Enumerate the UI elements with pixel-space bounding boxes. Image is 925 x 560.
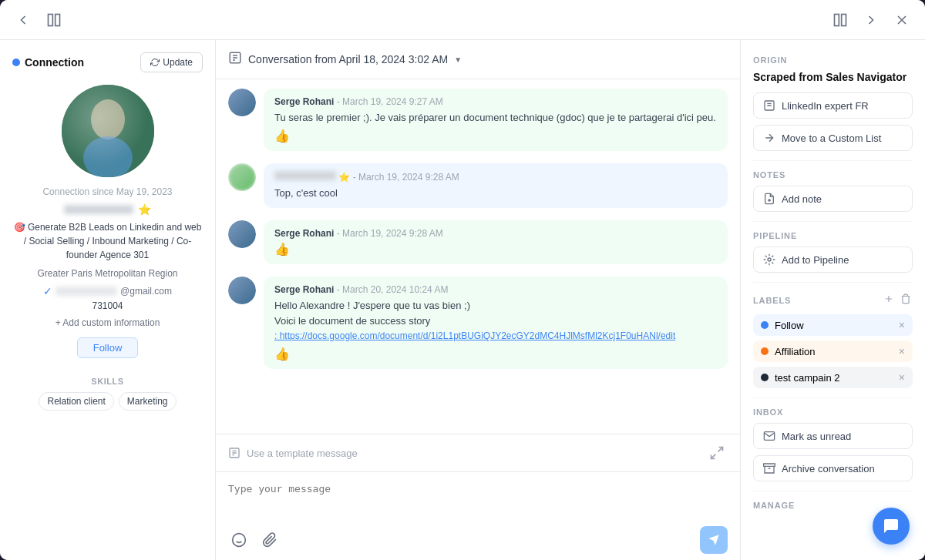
section-divider-1 <box>753 160 913 161</box>
main-layout: Connection Update <box>0 40 925 560</box>
message-time: - March 19, 2024 9:27 AM <box>337 96 443 107</box>
send-button[interactable] <box>700 526 728 554</box>
add-custom-info[interactable]: + Add custom information <box>12 317 203 328</box>
message-time: - March 20, 2024 10:24 AM <box>337 284 449 295</box>
label-campaign: test campain 2 × <box>753 367 913 388</box>
forward-button[interactable] <box>860 9 882 31</box>
section-divider-5 <box>753 491 913 491</box>
add-note-button[interactable]: Add note <box>753 186 913 212</box>
svg-point-12 <box>768 258 771 261</box>
message-avatar <box>228 163 256 191</box>
center-panel: Conversation from April 18, 2024 3:02 AM… <box>216 40 740 560</box>
avatar-section <box>12 85 203 177</box>
origin-title: Scraped from Sales Navigator <box>753 71 913 83</box>
section-divider-3 <box>753 282 913 283</box>
avatar-image <box>228 89 256 116</box>
follow-button[interactable]: Follow <box>77 337 139 358</box>
email-row: ✓ @gmail.com <box>12 285 203 297</box>
avatar-image <box>228 163 256 191</box>
message-content: Serge Rohani - March 19, 2024 9:27 AM Tu… <box>264 89 728 151</box>
location-text: Greater Paris Metropolitan Region <box>12 268 203 279</box>
skills-section: SKILLS Relation client Marketing <box>12 377 203 411</box>
top-bar-right <box>829 9 913 31</box>
message-text: Tu seras le premier ;). Je vais préparer… <box>274 110 717 126</box>
add-custom-label: + Add custom information <box>56 317 160 328</box>
compose-icons <box>228 529 281 551</box>
label-affiliation: Affiliation × <box>753 340 913 362</box>
message-header: ⭐ - March 19, 2024 9:28 AM <box>274 171 717 183</box>
back-button[interactable] <box>12 9 34 31</box>
conversation-icon <box>228 51 242 68</box>
section-divider-4 <box>753 397 913 398</box>
message-link[interactable]: : https://docs.google.com/document/d/1i2… <box>274 330 675 341</box>
chat-fab-button[interactable] <box>873 508 910 545</box>
messages-area: Serge Rohani - March 19, 2024 9:27 AM Tu… <box>216 79 740 434</box>
message-item: Serge Rohani - March 19, 2024 9:27 AM Tu… <box>228 89 728 151</box>
archive-conversation-button[interactable]: Archive conversation <box>753 455 913 481</box>
contact-name-blurred <box>64 205 133 214</box>
layout-toggle-right-button[interactable] <box>829 9 851 31</box>
label-follow-name: Follow <box>775 320 899 331</box>
compose-input[interactable] <box>228 480 728 509</box>
template-bar: Use a template message <box>216 434 740 472</box>
update-label: Update <box>163 57 193 68</box>
skills-label: SKILLS <box>12 377 203 386</box>
linkedin-list-button[interactable]: LlinkedIn expert FR <box>753 92 913 119</box>
svg-point-10 <box>233 534 246 547</box>
svg-rect-1 <box>56 14 60 25</box>
layout-toggle-button[interactable] <box>43 9 65 31</box>
bio-text: 🎯 Generate B2B Leads on Linkedin and web… <box>12 220 203 262</box>
label-campaign-name: test campain 2 <box>775 372 899 384</box>
template-left: Use a template message <box>228 447 358 459</box>
skill-tag-relation[interactable]: Relation client <box>39 392 113 411</box>
message-item: ⭐ - March 19, 2024 9:28 AM Top, c'est co… <box>228 163 728 209</box>
remove-affiliation-label-button[interactable]: × <box>899 345 905 357</box>
mark-unread-button[interactable]: Mark as unread <box>753 423 913 449</box>
dropdown-arrow-icon[interactable]: ▼ <box>454 55 462 64</box>
label-dot-follow <box>761 321 769 329</box>
add-label-button[interactable] <box>882 292 896 308</box>
message-sender: Serge Rohani <box>274 96 334 107</box>
delete-label-button[interactable] <box>899 292 913 308</box>
labels-header: LABELS <box>753 292 913 308</box>
message-avatar <box>228 277 256 304</box>
email-blurred <box>56 287 117 296</box>
pipeline-section-label: PIPELINE <box>753 231 913 240</box>
attachment-button[interactable] <box>259 529 281 551</box>
move-custom-list-button[interactable]: Move to a Custom List <box>753 125 913 151</box>
label-dot-campaign <box>761 374 769 381</box>
message-emoji: 👍 <box>274 242 717 257</box>
svg-rect-3 <box>842 14 846 25</box>
message-time: ⭐ - March 19, 2024 9:28 AM <box>338 172 459 183</box>
message-text: Top, c'est cool <box>274 186 717 201</box>
star-icon: ⭐ <box>138 203 151 216</box>
emoji-button[interactable] <box>228 529 250 551</box>
message-sender: Serge Rohani <box>274 284 334 295</box>
svg-rect-0 <box>49 14 53 25</box>
add-pipeline-button[interactable]: Add to Pipeline <box>753 246 913 273</box>
label-follow: Follow × <box>753 314 913 336</box>
message-sender-blurred <box>274 171 336 180</box>
skill-tag-marketing[interactable]: Marketing <box>119 392 177 411</box>
connection-header: Connection Update <box>12 52 203 72</box>
email-suffix: @gmail.com <box>120 286 172 297</box>
message-item: Serge Rohani - March 20, 2024 10:24 AM H… <box>228 277 728 369</box>
linkedin-list-label: LlinkedIn expert FR <box>782 100 869 112</box>
connection-since: Connection since May 19, 2023 <box>12 186 203 197</box>
remove-follow-label-button[interactable]: × <box>899 319 905 331</box>
expand-compose-button[interactable] <box>706 442 728 464</box>
update-button[interactable]: Update <box>140 52 203 72</box>
archive-label: Archive conversation <box>782 463 875 474</box>
close-button[interactable] <box>891 9 913 31</box>
avatar-image <box>228 220 256 248</box>
phone-text: 731004 <box>12 300 203 311</box>
message-time: - March 19, 2024 9:28 AM <box>337 228 443 239</box>
remove-campaign-label-button[interactable]: × <box>899 371 905 384</box>
labels-actions <box>882 292 913 308</box>
message-avatar <box>228 220 256 248</box>
message-item: Serge Rohani - March 19, 2024 9:28 AM 👍 <box>228 220 728 264</box>
top-bar <box>0 0 925 40</box>
connection-label: Connection <box>25 56 84 69</box>
right-panel: ORIGIN Scraped from Sales Navigator Llin… <box>740 40 925 560</box>
mark-unread-label: Mark as unread <box>782 431 851 442</box>
